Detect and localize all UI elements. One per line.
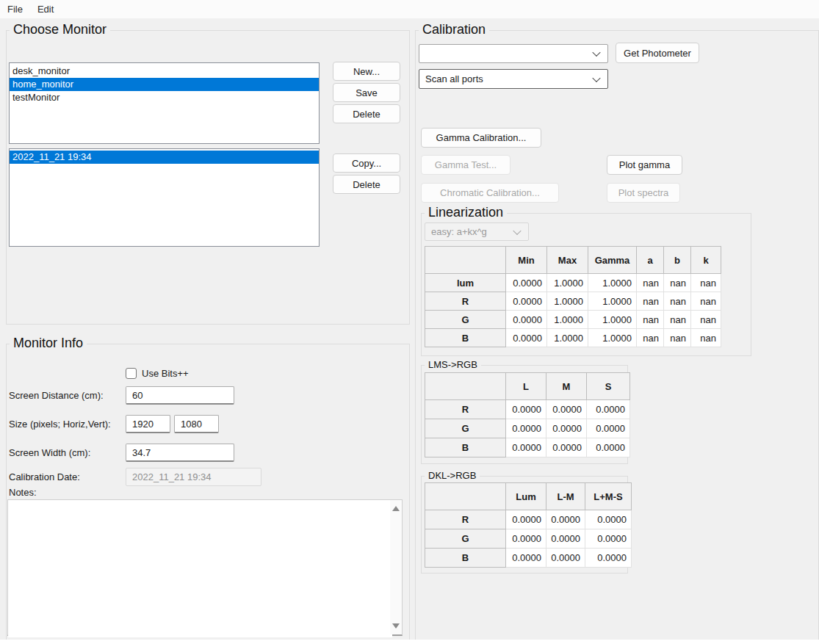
- value-cell[interactable]: 1.0000: [547, 329, 588, 347]
- header-cell: Min: [506, 247, 547, 274]
- value-cell[interactable]: 0.0000: [585, 510, 632, 529]
- value-cell[interactable]: 1.0000: [588, 274, 637, 292]
- monitor-listbox[interactable]: desk_monitor home_monitor testMonitor: [9, 62, 320, 144]
- linearization-title: Linearization: [425, 204, 507, 220]
- monitor-list-item-selected[interactable]: home_monitor: [10, 78, 319, 91]
- value-cell[interactable]: 1.0000: [588, 329, 637, 347]
- monitor-center-window: File Edit Choose Monitor desk_monitor ho…: [0, 0, 819, 644]
- value-cell[interactable]: nan: [691, 311, 721, 329]
- copy-calibration-button[interactable]: Copy...: [333, 153, 400, 173]
- value-cell[interactable]: 1.0000: [547, 274, 588, 292]
- value-cell[interactable]: nan: [664, 329, 691, 347]
- table-row: G 0.0000 1.0000 1.0000 nan nan nan: [425, 311, 721, 329]
- header-cell: Gamma: [588, 247, 637, 274]
- header-cell: S: [587, 373, 630, 400]
- value-cell[interactable]: 0.0000: [506, 311, 547, 329]
- value-cell[interactable]: nan: [691, 329, 721, 347]
- monitor-list-item[interactable]: testMonitor: [10, 91, 319, 104]
- gamma-calibration-button[interactable]: Gamma Calibration...: [421, 128, 541, 148]
- value-cell[interactable]: nan: [664, 274, 691, 292]
- value-cell[interactable]: nan: [691, 292, 721, 311]
- row-label: B: [425, 329, 506, 347]
- row-label: R: [425, 510, 506, 529]
- value-cell[interactable]: 0.0000: [587, 419, 630, 438]
- chevron-down-icon: [592, 48, 600, 57]
- value-cell[interactable]: 0.0000: [506, 510, 546, 529]
- value-cell[interactable]: 0.0000: [587, 438, 630, 457]
- header-cell: k: [691, 247, 721, 274]
- header-cell: Lum: [506, 483, 546, 510]
- value-cell[interactable]: 0.0000: [506, 419, 546, 438]
- screen-distance-input[interactable]: [126, 386, 234, 405]
- choose-monitor-title: Choose Monitor: [10, 21, 110, 37]
- header-cell: b: [664, 247, 691, 274]
- monitor-info-title: Monitor Info: [10, 335, 87, 351]
- screen-distance-label: Screen Distance (cm):: [9, 390, 104, 401]
- value-cell[interactable]: 0.0000: [546, 419, 587, 438]
- value-cell[interactable]: 0.0000: [506, 329, 547, 347]
- value-cell[interactable]: 0.0000: [546, 549, 585, 568]
- save-monitor-button[interactable]: Save: [333, 83, 400, 102]
- scroll-up-icon[interactable]: [392, 506, 400, 511]
- value-cell[interactable]: nan: [637, 329, 664, 347]
- value-cell[interactable]: 1.0000: [588, 292, 637, 311]
- table-row: R 0.0000 1.0000 1.0000 nan nan nan: [425, 292, 721, 311]
- value-cell[interactable]: 0.0000: [506, 529, 546, 549]
- header-cell: Max: [547, 247, 588, 274]
- value-cell[interactable]: 0.0000: [546, 510, 585, 529]
- header-cell: a: [637, 247, 664, 274]
- value-cell[interactable]: 1.0000: [547, 311, 588, 329]
- value-cell[interactable]: nan: [637, 292, 664, 311]
- menu-file[interactable]: File: [0, 1, 30, 18]
- value-cell[interactable]: 0.0000: [506, 292, 547, 311]
- value-cell[interactable]: 0.0000: [506, 549, 546, 568]
- value-cell[interactable]: 0.0000: [506, 400, 546, 419]
- plot-gamma-button[interactable]: Plot gamma: [607, 155, 682, 175]
- table-row: B 0.0000 1.0000 1.0000 nan nan nan: [425, 329, 721, 347]
- value-cell[interactable]: nan: [691, 274, 721, 292]
- screen-width-input[interactable]: [126, 444, 234, 462]
- notes-scrollbar[interactable]: [390, 500, 402, 634]
- row-label: B: [425, 549, 506, 568]
- value-cell[interactable]: 0.0000: [546, 438, 587, 457]
- chevron-down-icon: [592, 73, 600, 82]
- row-label: G: [425, 419, 506, 438]
- new-monitor-button[interactable]: New...: [333, 62, 400, 81]
- calibration-listbox[interactable]: 2022_11_21 19:34: [9, 148, 320, 247]
- delete-monitor-button[interactable]: Delete: [333, 104, 400, 123]
- value-cell[interactable]: nan: [637, 311, 664, 329]
- plot-spectra-button: Plot spectra: [607, 183, 680, 203]
- value-cell[interactable]: 0.0000: [506, 274, 547, 292]
- header-cell: M: [546, 373, 587, 400]
- row-label: R: [425, 400, 506, 419]
- notes-textarea[interactable]: [8, 500, 392, 637]
- calibration-date-label: Calibration Date:: [9, 471, 80, 482]
- use-bits-label: Use Bits++: [142, 368, 189, 379]
- linearization-method-combo: easy: a+kx^g: [425, 222, 529, 241]
- get-photometer-button[interactable]: Get Photometer: [616, 43, 699, 63]
- value-cell[interactable]: nan: [664, 311, 691, 329]
- size-vert-input[interactable]: [174, 415, 219, 433]
- scroll-down-icon[interactable]: [392, 623, 400, 629]
- value-cell[interactable]: 0.0000: [546, 400, 587, 419]
- calibration-list-item-selected[interactable]: 2022_11_21 19:34: [10, 151, 319, 164]
- value-cell[interactable]: 1.0000: [547, 292, 588, 311]
- value-cell[interactable]: 0.0000: [585, 549, 632, 568]
- size-horiz-input[interactable]: [126, 415, 170, 433]
- ports-combo[interactable]: Scan all ports: [419, 69, 608, 89]
- delete-calibration-button[interactable]: Delete: [333, 175, 400, 194]
- value-cell[interactable]: 0.0000: [506, 438, 546, 457]
- table-row: B 0.0000 0.0000 0.0000: [425, 549, 632, 568]
- value-cell[interactable]: 1.0000: [588, 311, 637, 329]
- value-cell[interactable]: nan: [637, 274, 664, 292]
- value-cell[interactable]: nan: [664, 292, 691, 311]
- monitor-list-item[interactable]: desk_monitor: [10, 65, 319, 78]
- value-cell[interactable]: 0.0000: [587, 400, 630, 419]
- use-bits-checkbox[interactable]: [126, 368, 137, 379]
- value-cell[interactable]: 0.0000: [546, 529, 585, 549]
- photometer-combo[interactable]: [419, 44, 608, 63]
- table-row: lum 0.0000 1.0000 1.0000 nan nan nan: [425, 274, 721, 292]
- value-cell[interactable]: 0.0000: [585, 529, 632, 549]
- menu-edit[interactable]: Edit: [30, 1, 61, 18]
- menu-bar: File Edit: [0, 0, 819, 18]
